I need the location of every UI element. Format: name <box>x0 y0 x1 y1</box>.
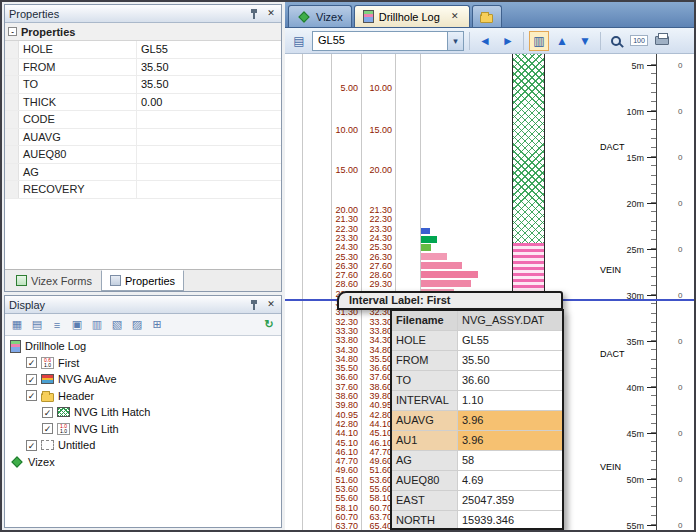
property-value[interactable]: 0.00 <box>137 94 281 111</box>
interval-from: 5.00 <box>324 84 358 93</box>
property-value[interactable]: 35.50 <box>137 59 281 76</box>
ruler-tick <box>647 525 656 526</box>
close-tab-icon[interactable]: ✕ <box>449 11 461 23</box>
paste-icon[interactable]: ▥ <box>88 317 106 333</box>
close-icon[interactable]: ✕ <box>265 299 277 311</box>
checkbox[interactable]: ✓ <box>26 390 37 401</box>
forms-list-icon[interactable]: ▤ <box>28 317 46 333</box>
ruler-label: 20m <box>610 199 644 209</box>
form-properties-button[interactable]: ▤ <box>289 31 309 51</box>
move-down-button[interactable]: ▼ <box>575 31 595 51</box>
interval-from: 55.60 <box>324 494 358 503</box>
refresh-icon[interactable]: ↻ <box>260 317 278 333</box>
interval-from: 63.70 <box>324 522 358 530</box>
hole-selector-value[interactable]: GL55 <box>313 32 447 50</box>
next-hole-button[interactable]: ► <box>498 31 518 51</box>
tab-vizex-forms[interactable]: Vizex Forms <box>7 270 101 291</box>
property-row[interactable]: CODE <box>5 111 281 129</box>
interval-row: 63.7065.40 <box>324 522 392 530</box>
tab-properties[interactable]: Properties <box>101 270 184 291</box>
tooltip-row: FilenameNVG_ASSY.DAT <box>392 311 562 331</box>
property-label: THICK <box>19 94 137 111</box>
property-row[interactable]: RECOVERY <box>5 181 281 199</box>
tooltip-field-label: NORTH <box>392 511 458 530</box>
lithology-code-label: VEIN <box>600 265 621 275</box>
save-form-icon[interactable]: ▨ <box>128 317 146 333</box>
tree-item-label: Header <box>58 390 94 402</box>
property-label: AG <box>19 164 137 181</box>
document-tab-strip: Vizex Drillhole Log ✕ <box>285 2 694 28</box>
checkbox[interactable]: ✓ <box>26 440 37 451</box>
interval-row: 55.6058.10 <box>324 494 392 503</box>
column-layout-toggle[interactable]: ▥ <box>529 31 549 51</box>
tree-item-label: NVG Lith Hatch <box>74 406 150 418</box>
property-row[interactable]: TO35.50 <box>5 76 281 94</box>
interval-label-icon: 0.61.0 <box>41 357 54 369</box>
property-row[interactable]: THICK0.00 <box>5 94 281 112</box>
close-icon[interactable]: ✕ <box>265 8 277 20</box>
drillhole-log-canvas[interactable]: 5.0010.0010.0015.0015.0020.0020.0021.302… <box>285 54 694 530</box>
document-pane: Vizex Drillhole Log ✕ ▤ GL55 ▾ ◄ ► ▥ ▲ ▼ <box>285 2 694 530</box>
tree-item-label: NVG AuAve <box>58 373 117 385</box>
collapse-icon[interactable]: - <box>8 27 17 36</box>
checkbox[interactable]: ✓ <box>42 407 53 418</box>
property-value[interactable] <box>137 111 281 128</box>
ruler-edge-value: 0 <box>678 199 692 208</box>
property-row[interactable]: AUEQ80 <box>5 146 281 164</box>
tooltip-row: FROM35.50 <box>392 351 562 371</box>
property-value[interactable] <box>137 129 281 146</box>
tab-drillhole-log[interactable]: Drillhole Log ✕ <box>354 5 470 27</box>
tree-item-nvg-lith[interactable]: ✓1.01.0NVG Lith <box>5 421 281 438</box>
pin-icon[interactable] <box>249 9 259 19</box>
property-group-header[interactable]: - Properties <box>5 23 281 41</box>
checkbox[interactable]: ✓ <box>42 423 53 434</box>
tree-view-icon[interactable]: ≡ <box>48 317 66 333</box>
ruler-tick <box>647 341 656 342</box>
hole-selector-combo[interactable]: GL55 ▾ <box>312 31 464 51</box>
checkbox[interactable]: ✓ <box>26 357 37 368</box>
property-label: AUEQ80 <box>19 146 137 163</box>
tooltip-field-value: 3.96 <box>458 431 562 450</box>
interval-to: 40.95 <box>358 401 392 410</box>
interval-row: 44.1045.10 <box>324 429 392 438</box>
assay-bar <box>421 262 462 269</box>
property-row[interactable]: FROM35.50 <box>5 59 281 77</box>
tab-folder[interactable] <box>472 5 502 27</box>
property-row[interactable]: AG <box>5 164 281 182</box>
property-value[interactable] <box>137 164 281 181</box>
tree-item-first[interactable]: ✓0.61.0First <box>5 355 281 372</box>
chevron-down-icon[interactable]: ▾ <box>447 32 463 50</box>
property-row[interactable]: HOLEGL55 <box>5 41 281 59</box>
move-up-button[interactable]: ▲ <box>552 31 572 51</box>
tree-item-nvg-lith-hatch[interactable]: ✓NVG Lith Hatch <box>5 404 281 421</box>
tab-vizex[interactable]: Vizex <box>288 5 352 27</box>
property-value[interactable] <box>137 181 281 198</box>
vizex-forms-icon <box>16 275 27 286</box>
add-layer-icon[interactable]: ⊞ <box>148 317 166 333</box>
pin-icon[interactable] <box>249 300 259 310</box>
tooltip-field-value: GL55 <box>458 331 562 350</box>
checkbox[interactable]: ✓ <box>26 374 37 385</box>
property-group-label: Properties <box>21 26 75 38</box>
tree-item-drillhole-log[interactable]: Drillhole Log <box>5 338 281 355</box>
tree-item-untitled[interactable]: ✓Untitled <box>5 437 281 454</box>
zoom-100-button[interactable]: 100 <box>629 31 649 51</box>
print-button[interactable] <box>652 31 672 51</box>
previous-hole-button[interactable]: ◄ <box>475 31 495 51</box>
property-grid[interactable]: - Properties HOLEGL55FROM35.50TO35.50THI… <box>5 23 281 269</box>
forms-grid-icon[interactable]: ▦ <box>8 317 26 333</box>
property-value[interactable]: GL55 <box>137 41 281 58</box>
tree-item-nvg-auave[interactable]: ✓NVG AuAve <box>5 371 281 388</box>
tooltip-field-label: HOLE <box>392 331 458 350</box>
tree-item-vizex[interactable]: Vizex <box>5 454 281 471</box>
zoom-button[interactable] <box>606 31 626 51</box>
property-row[interactable]: AUAVG <box>5 129 281 147</box>
settings-icon[interactable]: ▧ <box>108 317 126 333</box>
property-label: TO <box>19 76 137 93</box>
property-value[interactable]: 35.50 <box>137 76 281 93</box>
interval-from: 10.00 <box>324 126 358 135</box>
tree-item-header[interactable]: ✓Header <box>5 388 281 405</box>
copy-icon[interactable]: ▣ <box>68 317 86 333</box>
interval-row: 5.0010.00 <box>324 84 392 93</box>
property-value[interactable] <box>137 146 281 163</box>
